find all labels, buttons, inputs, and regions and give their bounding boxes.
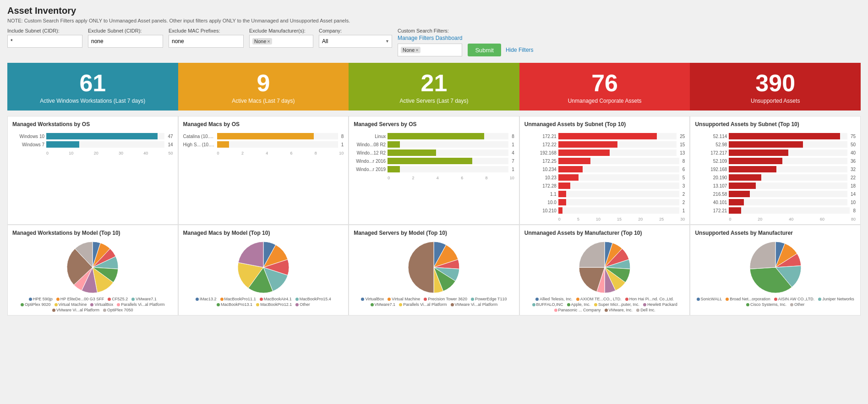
chart-title: Unsupported Assets by Manufacturer (695, 230, 856, 236)
bar-value: 1 (512, 142, 514, 147)
axis-tick: 0 (388, 176, 390, 180)
bar-container (729, 183, 847, 189)
legend-item: MacBookPro15.4 (295, 297, 331, 301)
legend-item: BUFFALO,INC (532, 302, 563, 307)
legend-item: Apple, Inc. (567, 302, 591, 307)
bar-value: 8 (682, 159, 685, 164)
legend-item: VMware7.1 (371, 302, 396, 307)
custom-filter-tag-remove[interactable]: × (415, 47, 418, 53)
axis-tick: 0 (217, 151, 219, 155)
bar-fill (558, 207, 562, 214)
legend-label: Hewlett Packard (647, 302, 677, 307)
bar-row: 172.25 8 (524, 158, 685, 164)
bar-chart: 172.21 25 172.22 15 192.168 13 (524, 131, 685, 216)
legend-item: Precision Tower 3620 (424, 297, 467, 301)
bar-row: 172.28 3 (524, 183, 685, 189)
bar-label: 192.168 (524, 150, 557, 155)
bar-fill (46, 141, 79, 148)
summary-number: 61 (79, 71, 106, 95)
exclude-subnet-group: Exclude Subnet (CIDR): (88, 28, 163, 48)
bar-container (217, 133, 338, 139)
submit-button[interactable]: Submit (468, 44, 501, 56)
legend-dot (196, 298, 199, 301)
include-subnet-input[interactable] (7, 35, 82, 48)
bar-fill (558, 183, 570, 189)
legend-item: CF5Z5.2 (108, 297, 128, 301)
pie-container: VirtualBox Virtual Machine Precision Tow… (354, 240, 514, 307)
bar-row: 40.101 10 (695, 199, 856, 205)
legend-item: iMac13.2 (196, 297, 217, 301)
bar-label: Catalina (10.15) (183, 134, 215, 139)
bar-row: Windo...12 R2 4 (354, 149, 514, 156)
exclude-mfr-tag-remove[interactable]: × (267, 39, 270, 44)
pie-chart-panel: Unmanaged Assets by Manufacturer (Top 10… (519, 225, 690, 315)
pie-svg (577, 240, 632, 295)
legend-label: MacBookPro11.1 (224, 297, 256, 301)
legend-dot (790, 303, 793, 306)
custom-filter-input[interactable]: None × (398, 44, 462, 56)
bar-value: 14 (851, 192, 856, 197)
chart-title: Managed Servers by Model (Top 10) (354, 230, 514, 236)
company-select[interactable]: All (319, 35, 392, 48)
legend-item: Parallels Vi...al Platform (117, 302, 164, 307)
legend-dot (361, 298, 364, 301)
bar-fill (729, 174, 761, 181)
legend-label: SonicWALL (701, 297, 722, 301)
bar-row: Windo...r 2016 7 (354, 158, 514, 164)
hide-filters-link[interactable]: Hide Filters (506, 47, 534, 53)
summary-label: Unsupported Assets (751, 98, 800, 104)
axis-labels: 0246810 (354, 176, 514, 180)
bar-row: 172.217 40 (695, 149, 856, 156)
legend-item: VMware7.1 (131, 297, 157, 301)
pie-chart-panel: Managed Workstations by Model (Top 10) H… (7, 225, 178, 315)
bar-row: 13.107 18 (695, 183, 856, 189)
bar-label: 10.234 (524, 167, 557, 172)
axis-tick: 10 (339, 151, 344, 155)
legend-item: VMware Vi...al Platform (451, 302, 498, 307)
chart-title: Unmanaged Assets by Manufacturer (Top 10… (524, 230, 685, 236)
summary-label: Unmanaged Corporate Assets (568, 98, 642, 104)
bar-chart-panel: Managed Workstations by OS Windows 10 47… (7, 116, 178, 225)
legend-item: PowerEdge T110 (471, 297, 507, 301)
pie-container: SonicWALL Broad Net...orporation AISIN A… (695, 240, 856, 307)
legend-dot (424, 298, 427, 301)
pie-slice (579, 242, 605, 267)
bar-container (388, 149, 508, 156)
exclude-mac-input[interactable] (169, 35, 244, 48)
bar-container (217, 141, 338, 148)
bar-value: 32 (851, 167, 856, 172)
axis-tick: 30 (119, 151, 123, 155)
manage-filters-link[interactable]: Manage Filters Dashboard (398, 35, 462, 41)
legend-dot (697, 298, 700, 301)
bar-chart-panel: Managed Macs by OS Catalina (10.15) 8 Hi… (178, 116, 349, 225)
legend-label: MacBookPro13.1 (221, 302, 252, 307)
legend-dot (295, 303, 299, 306)
bar-value: 14 (168, 142, 173, 147)
bar-fill (558, 158, 590, 164)
exclude-subnet-label: Exclude Subnet (CIDR): (88, 28, 163, 33)
bar-value: 6 (682, 167, 685, 172)
legend-dot (636, 309, 639, 312)
bar-value: 22 (851, 175, 856, 180)
bar-fill (558, 149, 610, 156)
exclude-mfr-input[interactable]: None × (249, 35, 313, 48)
bar-container (729, 149, 847, 156)
bar-chart-panel: Managed Servers by OS Linux 8 Windo...08… (349, 116, 519, 225)
bar-chart: Windows 10 47 Windows 7 14 (12, 131, 173, 149)
bar-container (729, 158, 847, 164)
legend-item: VirtualBox (90, 302, 113, 307)
bar-row: 10.23 5 (524, 174, 685, 181)
legend-dot (399, 303, 402, 306)
legend-item: HPE 590jp (29, 297, 53, 301)
exclude-subnet-input[interactable] (88, 35, 163, 48)
pie-svg (65, 240, 120, 295)
legend-label: AXIOM TE...CO., LTD. (580, 297, 622, 301)
filters-bar: Include Subnet (CIDR): Exclude Subnet (C… (7, 28, 861, 56)
bar-row: 10.210 1 (524, 207, 685, 214)
legend-label: VMware7.1 (136, 297, 157, 301)
axis-tick: 80 (851, 217, 856, 221)
axis-tick: 30 (680, 217, 685, 221)
bar-container (46, 133, 164, 139)
bar-fill (558, 199, 567, 205)
axis-tick: 0 (729, 217, 731, 221)
